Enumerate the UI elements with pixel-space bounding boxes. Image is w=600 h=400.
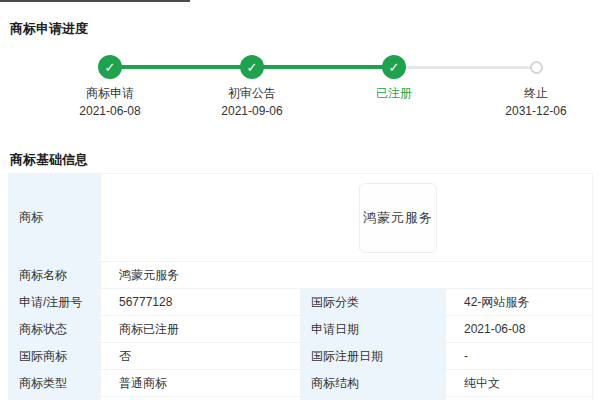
check-circle-icon: ✓: [98, 55, 122, 79]
table-row-trademark-image: 商标 鸿蒙元服务: [9, 174, 593, 262]
check-icon: ✓: [105, 61, 116, 74]
row-value: [101, 397, 301, 400]
pending-circle-icon: [524, 55, 548, 79]
timeline-step-termination: 终止 2031-12-06: [476, 55, 596, 119]
row-value: 鸿蒙元服务: [101, 262, 593, 289]
step-label: 终止: [476, 86, 596, 101]
row-value: 商标已注册: [101, 316, 301, 343]
row-value: -: [446, 343, 593, 370]
row-value: 42-网站服务: [446, 289, 593, 316]
trademark-basic-info-table: 商标 鸿蒙元服务 商标名称 鸿蒙元服务 申请/注册号 56777128 国际分类…: [8, 173, 593, 400]
trademark-image[interactable]: 鸿蒙元服务: [359, 183, 437, 253]
timeline-step-application: ✓ 商标申请 2021-06-08: [50, 55, 170, 119]
row-value: 纯中文: [446, 370, 593, 397]
table-row-partial: [9, 397, 593, 400]
step-date: 2021-06-08: [50, 104, 170, 119]
table-row-name: 商标名称 鸿蒙元服务: [9, 262, 593, 289]
step-date: [334, 104, 454, 119]
check-icon: ✓: [389, 61, 400, 74]
step-label: 初审公告: [192, 86, 312, 101]
check-icon: ✓: [247, 61, 258, 74]
check-circle-icon: ✓: [382, 55, 406, 79]
row-label: 国际分类: [301, 289, 446, 316]
row-value: 2021-06-08: [446, 316, 593, 343]
ring-icon: [530, 61, 543, 74]
trademark-image-text: 鸿蒙元服务: [363, 209, 433, 227]
step-label: 商标申请: [50, 86, 170, 101]
row-label: 商标状态: [9, 316, 101, 343]
row-label: 国际商标: [9, 343, 101, 370]
table-row-international: 国际商标 否 国际注册日期 -: [9, 343, 593, 370]
timeline-step-registered: ✓ 已注册: [334, 55, 454, 119]
basic-info-section-title: 商标基础信息: [10, 151, 88, 169]
row-value: 普通商标: [101, 370, 301, 397]
row-label: 申请/注册号: [9, 289, 101, 316]
trademark-detail-page: 商标申请进度 ✓ 商标申请 2021-06-08 ✓ 初审公告 2021-09-…: [0, 0, 600, 400]
row-label: [301, 397, 446, 400]
row-value: 56777128: [101, 289, 301, 316]
row-label: 申请日期: [301, 316, 446, 343]
check-circle-icon: ✓: [240, 55, 264, 79]
table-row-registration-number: 申请/注册号 56777128 国际分类 42-网站服务: [9, 289, 593, 316]
table-row-type: 商标类型 普通商标 商标结构 纯中文: [9, 370, 593, 397]
row-label: 商标类型: [9, 370, 101, 397]
trademark-progress-timeline: ✓ 商标申请 2021-06-08 ✓ 初审公告 2021-09-06 ✓ 已注…: [0, 0, 600, 130]
step-date: 2031-12-06: [476, 104, 596, 119]
table-row-status: 商标状态 商标已注册 申请日期 2021-06-08: [9, 316, 593, 343]
step-date: 2021-09-06: [192, 104, 312, 119]
row-label: 商标名称: [9, 262, 101, 289]
step-label-current: 已注册: [334, 86, 454, 101]
row-label: 商标结构: [301, 370, 446, 397]
timeline-step-preliminary-publication: ✓ 初审公告 2021-09-06: [192, 55, 312, 119]
row-label: [9, 397, 101, 400]
row-value: [446, 397, 593, 400]
trademark-image-cell: 鸿蒙元服务: [101, 174, 593, 262]
row-label: 国际注册日期: [301, 343, 446, 370]
row-value: 否: [101, 343, 301, 370]
row-label: 商标: [9, 174, 101, 262]
